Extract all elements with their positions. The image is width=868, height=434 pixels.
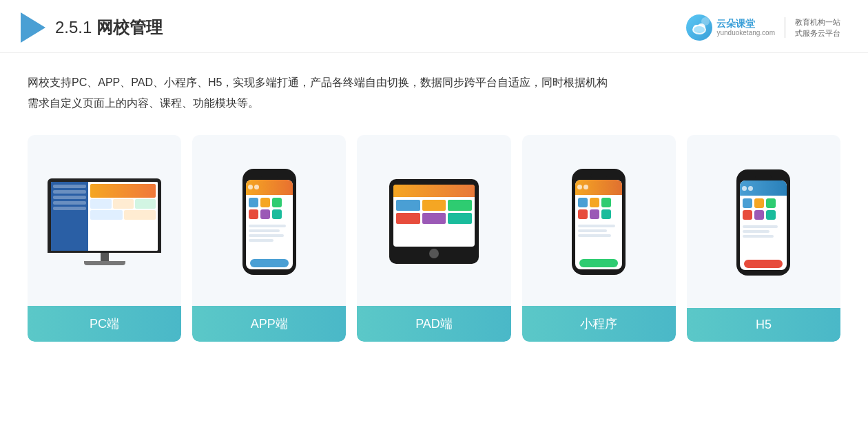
- brand-logo: 云朵课堂 yunduoketang.com: [686, 14, 775, 41]
- app-icon: [260, 198, 270, 207]
- miniprogram-phone-dot: [577, 185, 582, 189]
- app-icon: [272, 198, 282, 207]
- miniprogram-phone-topbar: [575, 180, 622, 195]
- card-h5-device: [687, 135, 840, 308]
- h5-phone-screen: [740, 180, 787, 270]
- miniprogram-phone-mockup: [572, 169, 626, 275]
- pc-mockup: [48, 178, 161, 265]
- pc-sidebar-item: [53, 196, 86, 199]
- app-bar: [249, 234, 284, 237]
- h5-icon: [743, 210, 752, 220]
- brand-divider: [785, 17, 785, 38]
- miniprogram-bars: [575, 222, 622, 257]
- h5-btn: [744, 260, 783, 268]
- app-phone-mockup: [242, 169, 296, 275]
- pc-card-sim: [90, 199, 111, 209]
- brand-url: yunduoketang.com: [716, 29, 775, 37]
- app-bar: [249, 229, 280, 232]
- miniprogram-icons: [575, 195, 622, 222]
- mini-bar: [578, 234, 611, 237]
- pc-cards-row2: [90, 210, 156, 220]
- app-bar: [249, 225, 286, 227]
- miniprogram-phone-dot: [583, 185, 588, 189]
- pc-banner: [90, 184, 156, 198]
- pc-card-sim: [90, 210, 122, 220]
- pad-cell: [422, 200, 446, 211]
- miniprogram-phone-notch: [590, 174, 607, 178]
- h5-bar: [743, 230, 769, 233]
- mini-icon: [590, 198, 599, 207]
- h5-icon: [754, 198, 764, 208]
- card-h5-label: H5: [687, 308, 840, 342]
- card-pad-label: PAD端: [357, 306, 510, 342]
- pc-screen-outer: [48, 178, 161, 253]
- pc-base: [84, 261, 125, 265]
- pad-mockup: [389, 179, 479, 264]
- h5-phone-content: [740, 180, 787, 270]
- mini-icon: [601, 209, 611, 219]
- pad-cell: [448, 213, 472, 224]
- description: 网校支持PC、APP、PAD、小程序、H5，实现多端打通，产品各终端自由切换，数…: [0, 53, 868, 121]
- pc-cards-row: [90, 199, 156, 209]
- page-title: 2.5.1 网校管理: [55, 17, 163, 39]
- app-phone-content: [246, 180, 293, 269]
- pad-cell: [396, 200, 420, 211]
- mini-icon: [601, 198, 611, 207]
- pad-header: [393, 185, 475, 197]
- pc-card-sim: [113, 199, 134, 209]
- app-phone-screen: [246, 180, 293, 269]
- card-pad-device: [357, 135, 510, 306]
- header: 2.5.1 网校管理 云朵课堂 yunduoketang.com 教育机构一站 …: [0, 0, 868, 53]
- h5-bars: [740, 223, 787, 258]
- description-line1: 网校支持PC、APP、PAD、小程序、H5，实现多端打通，产品各终端自由切换，数…: [28, 72, 840, 93]
- pad-grid: [393, 197, 475, 227]
- h5-bar: [743, 225, 778, 228]
- h5-icon: [743, 198, 752, 208]
- pc-sidebar: [51, 182, 88, 251]
- h5-bar: [743, 235, 774, 238]
- pc-sidebar-item: [53, 185, 86, 188]
- pc-main: [88, 182, 158, 251]
- app-icon: [249, 198, 258, 207]
- h5-icon: [766, 210, 776, 220]
- pc-stand: [101, 253, 109, 261]
- mini-bar: [578, 225, 615, 227]
- miniprogram-phone-content: [575, 180, 622, 269]
- brand-icon: [686, 14, 712, 41]
- card-miniprogram: 小程序: [522, 135, 676, 342]
- pc-card-sim: [135, 199, 156, 209]
- logo-triangle-icon: [21, 12, 45, 43]
- card-app-device: [192, 135, 346, 306]
- cloud-icon: [690, 18, 709, 37]
- app-phone-icons: [246, 195, 293, 222]
- h5-phone-dot: [748, 186, 753, 191]
- h5-phone-mockup: [736, 169, 790, 276]
- pad-cell: [396, 213, 420, 224]
- mini-bar: [578, 229, 607, 232]
- mini-icon: [578, 209, 588, 219]
- header-right: 云朵课堂 yunduoketang.com 教育机构一站 式服务云平台: [686, 14, 840, 41]
- card-pc-device: [28, 135, 181, 306]
- miniprogram-btn: [579, 259, 618, 267]
- h5-icons: [740, 196, 787, 223]
- pc-screen-content: [51, 182, 158, 251]
- h5-icon: [766, 198, 776, 208]
- app-phone-topbar: [246, 180, 293, 195]
- pc-card-sim: [124, 210, 156, 220]
- app-phone-btn: [250, 259, 289, 267]
- card-app: APP端: [192, 135, 346, 342]
- cards-area: PC端: [0, 121, 868, 362]
- mini-icon: [590, 209, 599, 219]
- pad-home-btn: [429, 249, 439, 258]
- h5-icon: [754, 210, 764, 220]
- app-icon: [249, 209, 258, 219]
- app-phone-notch: [261, 174, 278, 178]
- card-pc: PC端: [28, 135, 181, 342]
- app-phone-dot: [248, 185, 253, 189]
- brand-slogan: 教育机构一站 式服务云平台: [795, 17, 840, 39]
- description-line2: 需求自定义页面上的内容、课程、功能模块等。: [28, 93, 840, 114]
- pad-screen: [393, 185, 475, 247]
- card-pc-label: PC端: [28, 306, 181, 342]
- card-h5: H5: [687, 135, 840, 342]
- h5-phone-topbar: [740, 180, 787, 196]
